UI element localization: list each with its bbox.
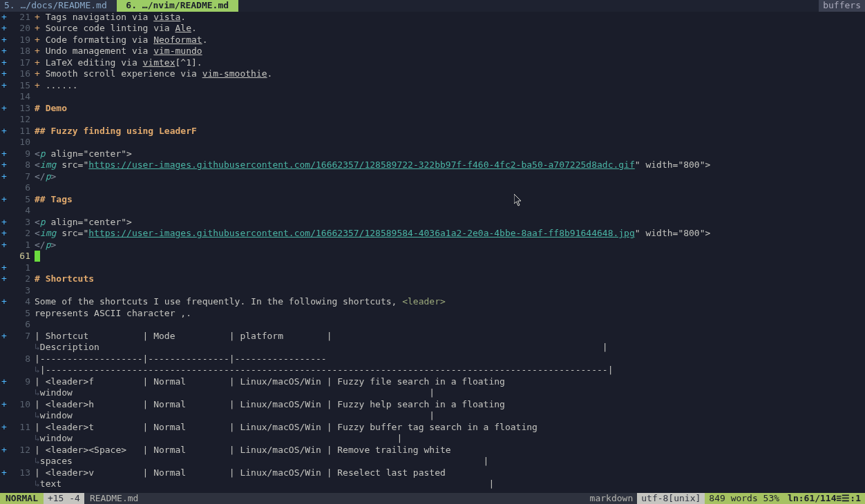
heading-demo: Demo [46,103,67,113]
heading-marker: # [35,103,46,113]
table-row: | <leader>f | Normal | Linux/macOS/Win |… [35,376,505,387]
table-row: | <leader>v | Normal | Linux/macOS/Win |… [35,467,446,478]
cursor-position: ln:61/114≡☰:1 [783,493,865,505]
table-row: | <leader>h | Normal | Linux/macOS/Win |… [35,399,505,409]
image-url: https://user-images.githubusercontent.co… [88,159,635,170]
heading-fuzzy: Fuzzy finding using LeaderF [50,126,196,136]
wrap-icon: ↳ [35,342,40,352]
table-header: | Shortcut | Mode | platform | [35,331,332,341]
mode-indicator: NORMAL [0,493,44,505]
filetype: markdown [586,493,638,505]
editor-area[interactable]: +21+ Tags navigation via vista. +20+ Sou… [0,12,865,490]
heading-shortcuts: Shortcuts [46,273,94,284]
filename: README.md [84,493,144,505]
tab-active[interactable]: 6. …/nvim/README.md [117,0,238,12]
cursor [35,251,40,262]
current-line-num: 61 [8,251,35,262]
tab-inactive[interactable]: 5. …/docs/README.md [0,0,117,12]
word-count: 849 words 53% [705,493,783,505]
relnum: 21 [8,12,35,23]
table-row: | <leader><Space> | Normal | Linux/macOS… [35,445,451,455]
sign-add: + [0,12,8,23]
table-row: | <leader>t | Normal | Linux/macOS/Win |… [35,422,538,432]
image-url: https://user-images.githubusercontent.co… [88,228,635,238]
encoding: utf-8[unix] [637,493,705,505]
heading-tags: Tags [50,194,72,204]
statusline: NORMAL +15 -4 README.md markdown utf-8[u… [0,493,865,505]
tabline: 5. …/docs/README.md 6. …/nvim/README.md … [0,0,865,12]
buffers-label[interactable]: buffers [819,0,865,12]
git-status: +15 -4 [44,493,84,505]
